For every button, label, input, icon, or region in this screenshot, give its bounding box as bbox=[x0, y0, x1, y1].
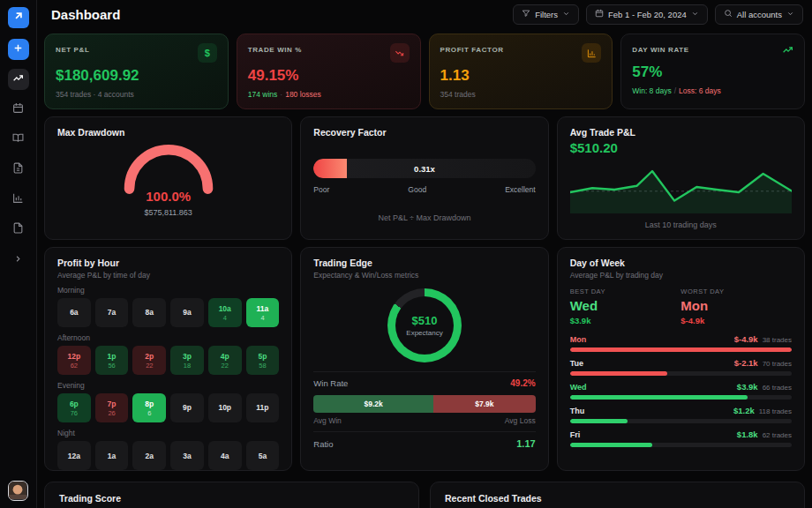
bar-chart-icon bbox=[12, 192, 24, 206]
net-pnl-label: NET P&L bbox=[56, 46, 89, 54]
hour-cell: 8a bbox=[132, 298, 166, 327]
net-pnl-card: NET P&L $ $180,609.92 354 trades · 4 acc… bbox=[44, 34, 229, 109]
ratio-row: Ratio 1.17 bbox=[313, 431, 535, 454]
section-evening: Evening bbox=[57, 381, 279, 390]
max-drawdown-title: Max Drawdown bbox=[57, 127, 279, 138]
recovery-formula: Net P&L ÷ Max Drawdown bbox=[313, 213, 535, 222]
sidebar bbox=[0, 0, 37, 508]
day-of-week-card: Day of Week Average P&L by trading day B… bbox=[557, 247, 805, 471]
sidebar-item-dashboard[interactable] bbox=[8, 69, 29, 90]
profit-by-hour-card: Profit by Hour Average P&L by time of da… bbox=[44, 247, 292, 471]
avg-win-loss-bar: $9.2k $7.9k bbox=[313, 395, 535, 413]
day-trades: 66 trades bbox=[763, 384, 792, 392]
topbar: Dashboard Filters Feb 1 - Feb 20, 2024 bbox=[37, 0, 812, 28]
add-button[interactable] bbox=[8, 39, 29, 60]
sidebar-item-docs[interactable] bbox=[8, 219, 29, 240]
section-night: Night bbox=[57, 429, 279, 437]
ratio-label: Ratio bbox=[313, 439, 333, 449]
date-range-button[interactable]: Feb 1 - Feb 20, 2024 bbox=[586, 4, 708, 25]
worst-day-label: WORST DAY bbox=[680, 288, 792, 295]
hour-cell: 5p58 bbox=[246, 346, 280, 375]
expectancy-donut: $510 Expectancy bbox=[387, 288, 462, 362]
trending-up-icon bbox=[12, 72, 24, 86]
filter-icon bbox=[522, 9, 530, 19]
hour-cell: 9a bbox=[170, 298, 204, 327]
recovery-factor-card: Recovery Factor 0.31x Poor Good Excellen… bbox=[300, 116, 548, 240]
scale-poor: Poor bbox=[313, 185, 329, 194]
best-day-value: $3.9k bbox=[570, 316, 681, 325]
sidebar-expand-button[interactable] bbox=[8, 249, 29, 270]
hour-cell: 9p bbox=[170, 393, 204, 422]
dollar-icon: $ bbox=[198, 43, 217, 63]
kpi-row: NET P&L $ $180,609.92 354 trades · 4 acc… bbox=[37, 28, 812, 109]
day-trades: 70 trades bbox=[763, 360, 792, 368]
profit-factor-sub: 354 trades bbox=[440, 90, 602, 99]
chevron-right-icon bbox=[13, 253, 23, 266]
filters-button[interactable]: Filters bbox=[513, 4, 579, 25]
file-text-icon bbox=[12, 162, 24, 176]
sidebar-item-reports[interactable] bbox=[8, 189, 29, 210]
avg-trade-title: Avg Trade P&L bbox=[570, 127, 792, 138]
day-win-rate-label: DAY WIN RATE bbox=[632, 46, 688, 54]
hour-cell: 7a bbox=[95, 298, 129, 327]
sidebar-item-notes[interactable] bbox=[8, 159, 29, 180]
trade-win-card: TRADE WIN % 49.15% 174 wins·180 losses bbox=[237, 34, 421, 109]
plus-icon bbox=[12, 42, 24, 56]
trade-win-value: 49.15% bbox=[248, 67, 410, 85]
day-bar-track bbox=[570, 419, 792, 423]
day-win-rate-sub: Win: 8 days/Loss: 6 days bbox=[632, 86, 793, 95]
win-rate-row: Win Rate 49.2% bbox=[313, 371, 535, 393]
best-day-name: Wed bbox=[570, 298, 681, 313]
trading-score-title: Trading Score bbox=[59, 493, 404, 504]
day-bar-track bbox=[570, 395, 792, 400]
evening-grid: 6p76 7p26 8p6 9p 10p 11p bbox=[57, 393, 279, 422]
expectancy-label: Expectancy bbox=[406, 329, 442, 337]
app-logo[interactable] bbox=[8, 7, 29, 28]
accounts-button[interactable]: All accounts bbox=[715, 4, 803, 25]
win-rate-label: Win Rate bbox=[313, 378, 348, 388]
day-trades: 38 trades bbox=[763, 336, 792, 344]
day-value: $-2.1k bbox=[734, 358, 758, 368]
net-pnl-value: $180,609.92 bbox=[56, 67, 217, 85]
hour-cell: 11p bbox=[246, 393, 280, 422]
sidebar-item-calendar[interactable] bbox=[8, 99, 29, 120]
losses-count: 180 losses bbox=[285, 90, 321, 99]
chevron-down-icon bbox=[562, 10, 570, 19]
hour-cell: 2a bbox=[132, 441, 166, 470]
day-bar-fill bbox=[570, 395, 748, 400]
best-worst-grid: BEST DAY Wed $3.9k WORST DAY Mon $-4.9k bbox=[570, 288, 792, 325]
hour-cell: 4a bbox=[208, 441, 242, 470]
avg-win-segment: $9.2k bbox=[313, 395, 433, 413]
trading-edge-card: Trading Edge Expectancy & Win/Loss metri… bbox=[300, 247, 548, 471]
day-bar-track bbox=[570, 371, 792, 376]
app-root: Dashboard Filters Feb 1 - Feb 20, 2024 bbox=[0, 0, 812, 508]
best-day-block: BEST DAY Wed $3.9k bbox=[570, 288, 681, 325]
worst-day-value: $-4.9k bbox=[680, 316, 792, 325]
day-label: Thu bbox=[570, 407, 585, 415]
detail-row: Profit by Hour Average P&L by time of da… bbox=[37, 240, 812, 471]
day-value: $3.9k bbox=[737, 382, 758, 392]
worst-day-name: Mon bbox=[680, 298, 792, 313]
drawdown-gauge bbox=[117, 139, 220, 194]
sidebar-item-journal[interactable] bbox=[8, 129, 29, 150]
recovery-value: 0.31x bbox=[313, 159, 535, 178]
avg-trade-pnl-card: Avg Trade P&L $510.20 Last 10 trading da… bbox=[557, 116, 805, 240]
day-bar-track bbox=[570, 347, 792, 352]
user-avatar[interactable] bbox=[8, 481, 28, 501]
profit-by-hour-title: Profit by Hour bbox=[57, 258, 279, 268]
profit-factor-label: PROFIT FACTOR bbox=[440, 46, 504, 54]
book-open-icon bbox=[12, 132, 24, 146]
day-value: $1.8k bbox=[737, 430, 758, 439]
section-morning: Morning bbox=[57, 286, 279, 295]
section-afternoon: Afternoon bbox=[57, 333, 279, 342]
day-row-thu: Thu $1.2k118 trades bbox=[570, 406, 792, 423]
day-label: Fri bbox=[570, 430, 581, 439]
day-bar-fill bbox=[570, 419, 628, 423]
best-day-label: BEST DAY bbox=[570, 288, 681, 295]
trending-up-icon bbox=[782, 43, 793, 59]
day-bar-track bbox=[570, 443, 792, 447]
day-trades: 62 trades bbox=[763, 431, 792, 439]
hour-cell: 6p76 bbox=[57, 393, 91, 422]
scale-excellent: Excellent bbox=[505, 185, 536, 194]
hour-cell: 10a4 bbox=[208, 298, 242, 327]
